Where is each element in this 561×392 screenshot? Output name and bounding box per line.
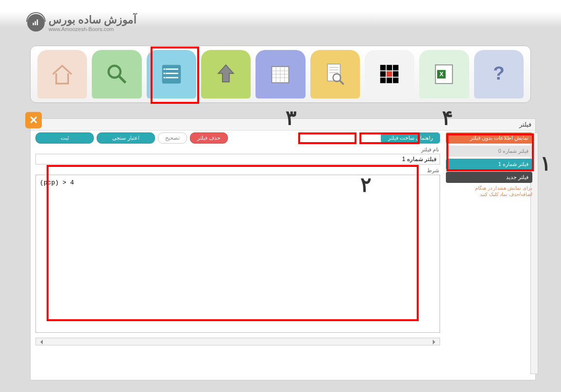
sidebar-filter-1[interactable]: فیلتر شماره 1: [446, 159, 532, 170]
grid-button[interactable]: [365, 50, 414, 98]
logo-title-ar: آموزش ساده بورس: [49, 14, 136, 26]
logo: آموزش ساده بورس www.Amoozesh-Boors.com: [27, 14, 136, 32]
filter-name-label: نام فیلتر: [36, 147, 439, 153]
filter-window-title: فیلتر: [31, 119, 535, 131]
svg-rect-2: [162, 65, 181, 84]
svg-point-6: [163, 68, 165, 70]
list-button[interactable]: [147, 50, 196, 98]
filter-window: فیلتر ✕ نمایش اطلاعات بدون فیلتر فیلتر ش…: [30, 118, 536, 380]
editor-scrollbar-horizontal[interactable]: [35, 338, 440, 345]
filter-editor[interactable]: [35, 175, 440, 333]
svg-rect-25: [380, 71, 386, 77]
calendar-button[interactable]: [255, 50, 305, 98]
annotation-1: ۱: [540, 151, 551, 175]
svg-rect-27: [393, 71, 398, 77]
delete-filter-button[interactable]: حذف فیلتر: [190, 132, 228, 144]
show-no-filter-button[interactable]: نمایش اطلاعات بدون فیلتر: [446, 132, 532, 144]
correct-button[interactable]: تصحیح: [158, 132, 187, 144]
svg-point-8: [163, 77, 165, 79]
search-button[interactable]: [92, 50, 141, 98]
sidebar-filter-0[interactable]: فیلتر شماره 0: [446, 146, 532, 157]
svg-rect-29: [387, 78, 392, 83]
filter-main-area: ثبت اعتبار سنجی تصحیح حذف فیلتر راهنمای …: [35, 132, 440, 375]
svg-rect-26: [387, 71, 392, 77]
svg-rect-23: [387, 65, 392, 70]
excel-button[interactable]: X: [419, 50, 469, 98]
filter-guide-button[interactable]: راهنمای ساخت فیلتر: [381, 132, 440, 144]
home-button[interactable]: [37, 50, 87, 98]
annotation-2: ۲: [360, 173, 372, 196]
svg-rect-30: [393, 78, 398, 83]
svg-point-7: [163, 73, 165, 75]
save-button[interactable]: ثبت: [35, 132, 94, 144]
svg-rect-28: [380, 78, 386, 83]
condition-label: شرط: [36, 167, 439, 174]
validate-button[interactable]: اعتبار سنجی: [97, 132, 155, 144]
svg-line-21: [340, 80, 344, 84]
logo-title-en: www.Amoozesh-Boors.com: [49, 26, 136, 32]
annotation-3: ۳: [286, 106, 297, 130]
filter-name-input[interactable]: [35, 154, 440, 164]
main-toolbar: X ?: [30, 46, 531, 103]
logo-icon: [27, 14, 45, 32]
svg-text:X: X: [440, 71, 444, 78]
svg-line-1: [119, 76, 125, 83]
annotation-4: ۴: [442, 106, 453, 130]
filter-sidebar: نمایش اطلاعات بدون فیلتر فیلتر شماره 0 ف…: [446, 132, 532, 197]
close-button[interactable]: ✕: [25, 112, 42, 129]
help-button[interactable]: ?: [474, 50, 524, 98]
svg-rect-22: [380, 65, 386, 70]
sidebar-new-filter[interactable]: فیلتر جدید: [446, 172, 532, 183]
doc-search-button[interactable]: [310, 50, 360, 98]
svg-point-0: [108, 66, 120, 78]
filter-button-row: ثبت اعتبار سنجی تصحیح حذف فیلتر راهنمای …: [35, 132, 440, 144]
sidebar-hint: برای نمایش هشدار در هنگام اضافه/حذف نماد…: [446, 185, 532, 197]
svg-text:?: ?: [493, 63, 505, 83]
svg-rect-24: [393, 65, 398, 70]
upload-button[interactable]: [201, 50, 251, 98]
